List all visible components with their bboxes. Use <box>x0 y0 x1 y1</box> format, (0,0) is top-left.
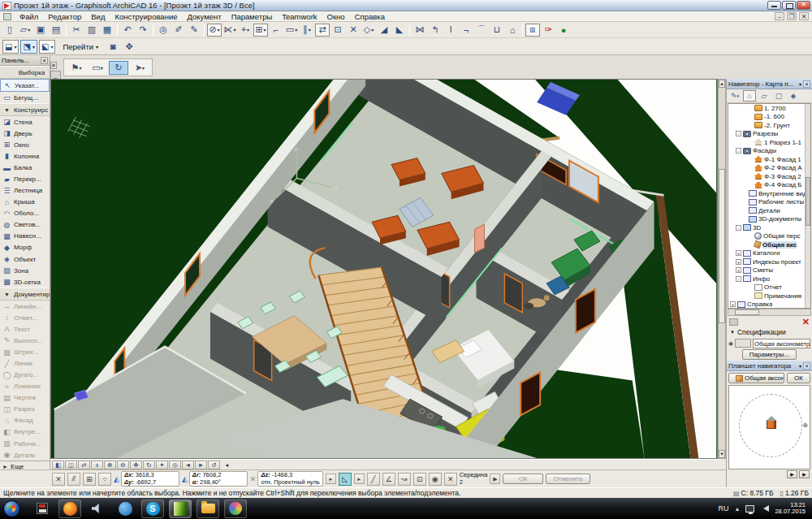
snap-off-icon[interactable]: ✕ <box>444 473 457 486</box>
zoom-in-button[interactable]: ⊕ <box>104 461 116 469</box>
eye-icon[interactable]: ◉ <box>728 340 733 347</box>
pickup-parameters-button[interactable]: ✐ <box>171 24 186 37</box>
tool-drawing[interactable]: ▤ Чертеж <box>0 392 50 404</box>
tool-marquee[interactable]: ▭ Бегущ... <box>0 92 50 103</box>
split-button[interactable]: ↰ <box>428 24 443 37</box>
tree-item-elevations[interactable]: - Фасады <box>728 147 810 156</box>
parameters-button[interactable]: Параметры... <box>742 349 797 360</box>
zoom-level-button[interactable]: ± <box>91 461 103 469</box>
tree-item-3d-documents[interactable]: 3D-документы <box>728 215 810 224</box>
palette-group-design[interactable]: ▼ Конструирс <box>0 103 50 116</box>
menu-options[interactable]: Параметры <box>227 12 278 21</box>
trim-button[interactable]: ⋈ <box>412 24 427 37</box>
tray-expand-icon[interactable]: ▲ <box>735 506 741 512</box>
explore-button[interactable]: ✦ <box>156 461 168 469</box>
tree-item-report[interactable]: Отчет <box>728 283 810 292</box>
preview-ok-button[interactable]: ОК <box>787 373 810 383</box>
zoom-window-button[interactable]: ◫ <box>65 461 77 469</box>
close-button[interactable] <box>797 1 810 10</box>
cursor-snap-button[interactable]: ⌖ <box>238 24 253 37</box>
markup-brush-button[interactable]: ✑ <box>541 24 555 37</box>
tool-elevation[interactable]: ⌂ Фасад <box>0 415 50 426</box>
parameter-transfer-button[interactable]: ⇄ <box>315 24 330 37</box>
tree-item-project-indexes[interactable]: + Индексы проект <box>728 257 810 266</box>
orbit-button[interactable]: ↻ <box>143 461 155 469</box>
menu-view[interactable]: Вид <box>86 12 110 21</box>
archicad-taskbar-icon[interactable] <box>169 500 192 518</box>
fillet-button[interactable]: ⌒ <box>474 24 489 37</box>
network-icon[interactable] <box>745 505 754 513</box>
explorer-icon[interactable] <box>197 500 219 518</box>
tree-item-worksheets[interactable]: Рабочие листы <box>728 198 810 207</box>
palette-group-selection[interactable]: Выборка <box>0 66 50 79</box>
layers-button[interactable]: ▭ <box>284 24 299 37</box>
tree-item-3d[interactable]: - 3D <box>728 223 810 232</box>
teamwork-status-button[interactable]: ● <box>556 24 571 37</box>
grid-snap-icon[interactable]: ⊞ <box>83 473 96 486</box>
palette-group-document[interactable]: ▼ Документир <box>0 288 50 301</box>
menu-design[interactable]: Конструирование <box>110 12 182 21</box>
tool-text[interactable]: A Текст <box>0 323 50 335</box>
toolbar-button[interactable] <box>409 24 410 36</box>
tree-scrollbar[interactable] <box>805 104 810 308</box>
tool-stair[interactable]: ☰ Лестница <box>0 185 50 197</box>
tool-zone[interactable]: ▨ Зона <box>0 265 50 276</box>
origin-icon[interactable]: ⁘ <box>98 473 111 486</box>
tool-curtain-wall[interactable]: ▦ Навесн... <box>0 231 50 242</box>
3d-view-dropdown[interactable]: ⬔▾ <box>20 40 37 54</box>
tool-beam[interactable]: ▬ Балка <box>0 162 50 174</box>
tool-detail[interactable]: ◉ Деталь <box>0 449 50 461</box>
tree-item-elevation-f4[interactable]: Ф-4 Фасад Б <box>728 181 810 190</box>
tree-item-catalogs[interactable]: + Каталоги <box>728 249 810 258</box>
preview-view-button[interactable]: Общая аксон... <box>728 373 784 383</box>
paint-icon[interactable] <box>224 500 247 518</box>
tree-item-help[interactable]: + Справка <box>728 301 810 309</box>
intersect-button[interactable]: ¬ <box>459 24 473 37</box>
document-icon[interactable] <box>3 13 11 20</box>
tool-fill[interactable]: ▨ Штрих... <box>0 347 50 358</box>
undo-button[interactable]: ↶ <box>120 24 135 37</box>
sun-handle-icon[interactable]: ⊕ <box>802 422 808 429</box>
menu-file[interactable]: Файл <box>15 12 43 21</box>
tool-skylight[interactable]: ◍ Светов... <box>0 219 50 231</box>
tree-item-info[interactable]: - Инфо <box>728 275 810 283</box>
tree-expander[interactable]: + <box>730 301 736 307</box>
tool-interior-elevation[interactable]: ◧ Внутре... <box>0 426 50 438</box>
plane-flyout-icon[interactable]: ▸ <box>354 474 365 484</box>
palettes-icon[interactable]: ◙ <box>106 40 120 53</box>
tool-section[interactable]: ◫ Разрез <box>0 404 50 415</box>
tree-expander[interactable]: + <box>736 259 741 265</box>
tool-window[interactable]: ⊞ Окно <box>0 139 50 150</box>
tree-item-interior-views[interactable]: Внутренние вид <box>728 189 810 198</box>
3d-cutaway-button[interactable]: ⧈ <box>525 24 540 37</box>
preview-close-icon[interactable]: ✕ <box>803 362 810 370</box>
toolbar-button[interactable] <box>117 24 118 36</box>
toolbar-button[interactable] <box>66 24 67 36</box>
menu-teamwork[interactable]: Teamwork <box>277 12 322 21</box>
toolbox-close-icon[interactable]: ✕ <box>41 57 48 64</box>
snap-range-icon[interactable]: ◉ <box>429 473 442 486</box>
preview-header[interactable]: Планшет навигатора▾ ✕ <box>727 361 812 371</box>
thunderbird-icon[interactable] <box>114 500 136 518</box>
tree-item-general-axonometry[interactable]: Общая акс <box>728 240 810 249</box>
snap-point-mode[interactable]: Середина 2 <box>460 472 488 486</box>
tool-arrow[interactable]: ↖ Указат... <box>0 79 50 92</box>
tool-mesh[interactable]: ▩ 3D-сетка <box>0 276 50 288</box>
scroll-down-icon[interactable]: ▼ <box>719 450 725 458</box>
trace-reference-button[interactable]: ⌐ <box>269 24 283 37</box>
floppy-shortcut-icon[interactable] <box>31 500 54 518</box>
previous-view-button[interactable]: ◄ <box>182 461 194 469</box>
tool-slab[interactable]: ▰ Перекр... <box>0 174 50 185</box>
clock[interactable]: 13:21 28.07.2015 <box>775 502 806 516</box>
tree-expander[interactable]: + <box>736 267 741 273</box>
tree-expander[interactable]: + <box>736 250 741 256</box>
tree-expander[interactable]: - <box>736 225 741 231</box>
redo-button[interactable]: ↷ <box>136 24 150 37</box>
3d-viewport[interactable]: z y x <box>50 79 718 459</box>
tree-expander[interactable]: - <box>736 276 741 282</box>
marquee-favorites-button[interactable]: ⚑ <box>67 61 86 75</box>
next-view-button[interactable]: ► <box>195 461 207 469</box>
tree-hscrollbar[interactable] <box>728 309 811 316</box>
tool-label[interactable]: ✎ Выносн... <box>0 335 50 346</box>
tool-object[interactable]: ◈ Объект <box>0 253 50 265</box>
